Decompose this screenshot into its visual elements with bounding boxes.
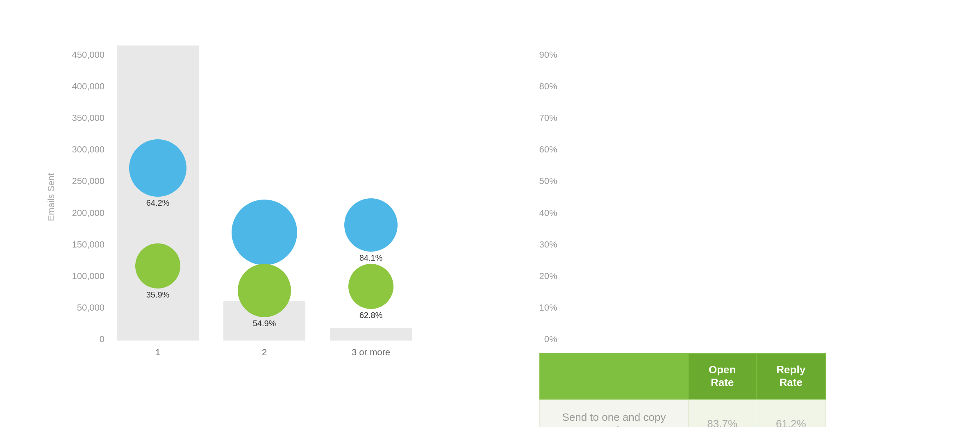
table-header-open-rate: Open Rate — [688, 353, 756, 399]
y-tick-1: 400,000 — [72, 81, 105, 92]
right-y-tick-3: 60% — [539, 144, 557, 155]
y-axis-title: Emails Sent — [45, 173, 56, 221]
chart-body: 64.2% 35.9% — [109, 45, 514, 398]
bars-area: 64.2% 35.9% — [109, 45, 514, 341]
right-y-tick-5: 40% — [539, 208, 557, 218]
bubble-blue-3-label: 84.1% — [359, 253, 383, 263]
bubble-blue-1-label: 64.2% — [146, 198, 170, 208]
bubble-blue-3 — [344, 198, 398, 252]
bar-group-1: 64.2% 35.9% — [117, 45, 199, 341]
table-row-0: Send to one and copy another 83.7% 61.2% — [540, 399, 826, 427]
y-tick-4: 250,000 — [72, 176, 105, 186]
right-area: 90% 80% 70% 60% 50% 40% 30% 20% 10% 0% O… — [539, 45, 941, 427]
right-y-tick-0: 90% — [539, 50, 557, 60]
right-y-tick-4: 50% — [539, 176, 557, 186]
table-row-0-label: Send to one and copy another — [540, 399, 689, 427]
y-axis: 450,000 400,000 350,000 300,000 250,000 … — [72, 50, 105, 345]
y-tick-0: 450,000 — [72, 50, 105, 60]
bubble-green-3 — [348, 264, 393, 309]
y-tick-8: 50,000 — [77, 302, 105, 313]
x-label-1: 1 — [117, 347, 199, 358]
right-y-tick-8: 10% — [539, 302, 557, 313]
right-charts: 90% 80% 70% 60% 50% 40% 30% 20% 10% 0% — [539, 45, 941, 345]
main-container: Emails Sent 450,000 400,000 350,000 300,… — [39, 29, 941, 398]
table-header-reply-rate: Reply Rate — [756, 353, 826, 399]
bubble-green-1 — [135, 243, 180, 288]
bubble-green-2 — [238, 264, 291, 317]
bubble-green-3-label: 62.8% — [359, 311, 383, 320]
right-y-tick-1: 80% — [539, 81, 557, 92]
y-tick-7: 100,000 — [72, 271, 105, 282]
x-labels: 1 2 3 or more — [109, 347, 514, 358]
bubble-blue-2 — [232, 200, 297, 265]
y-tick-9: 0 — [100, 334, 105, 345]
y-tick-2: 350,000 — [72, 113, 105, 123]
y-tick-5: 200,000 — [72, 208, 105, 218]
y-tick-6: 150,000 — [72, 239, 105, 250]
table-header-empty — [540, 353, 689, 399]
chart-area: Emails Sent 450,000 400,000 350,000 300,… — [39, 45, 515, 398]
bubble-green-1-label: 35.9% — [146, 290, 170, 300]
right-y-tick-9: 0% — [544, 334, 557, 345]
right-y-tick-6: 30% — [539, 239, 557, 250]
summary-table: Open Rate Reply Rate Send to one and cop… — [539, 353, 826, 427]
bubble-green-2-label: 54.9% — [253, 319, 276, 328]
x-label-2: 2 — [223, 347, 305, 358]
table-row-0-open-rate: 83.7% — [688, 399, 756, 427]
right-y-axis: 90% 80% 70% 60% 50% 40% 30% 20% 10% 0% — [539, 50, 557, 345]
table-row-0-reply-rate: 61.2% — [756, 399, 826, 427]
bar-group-3: 84.1% 62.8% — [330, 86, 412, 341]
y-tick-3: 300,000 — [72, 144, 105, 155]
right-y-tick-7: 20% — [539, 271, 557, 282]
bubble-blue-1 — [129, 139, 186, 197]
bar-group-2: 76.6% 54.9% — [223, 145, 305, 341]
x-label-3: 3 or more — [330, 347, 412, 358]
right-y-tick-2: 70% — [539, 113, 557, 123]
